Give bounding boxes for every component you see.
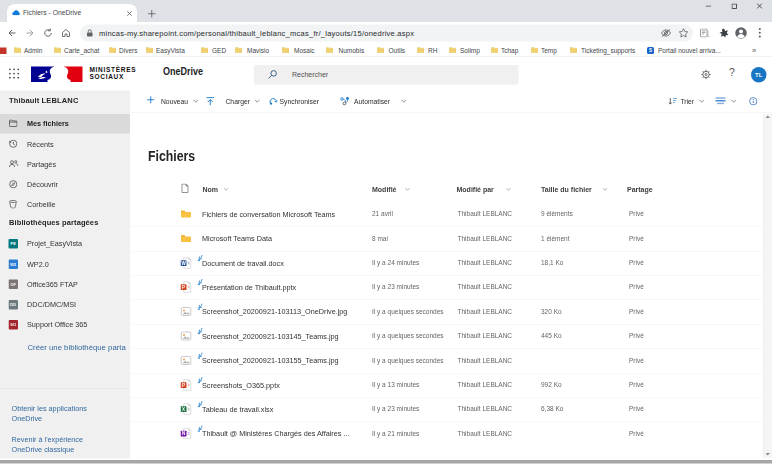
svg-text:W: W (181, 261, 186, 266)
svg-text:X: X (182, 407, 185, 412)
svg-text:N: N (182, 431, 185, 436)
svg-text:P: P (182, 285, 185, 290)
svg-text:P: P (182, 383, 185, 388)
